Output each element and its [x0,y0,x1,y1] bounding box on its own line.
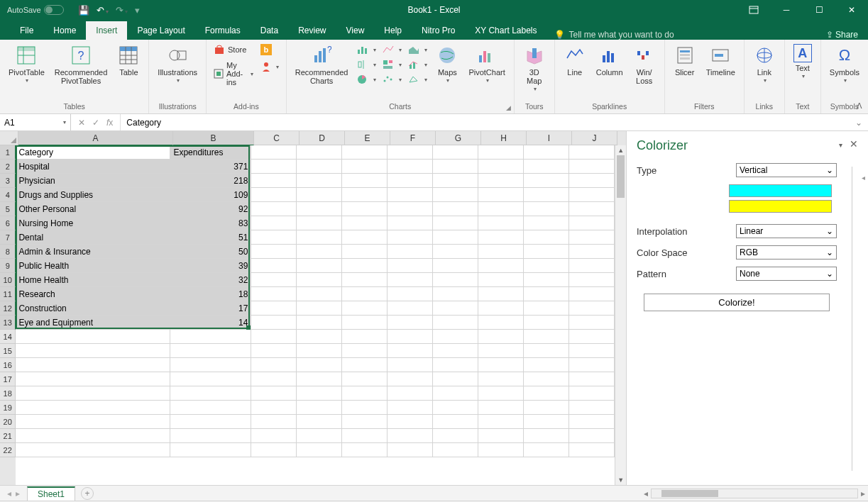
cell[interactable] [342,443,388,457]
select-all-corner[interactable] [0,131,18,145]
cell[interactable] [251,316,297,330]
cell[interactable] [478,230,524,245]
cell[interactable] [170,372,251,386]
cell[interactable] [569,301,615,316]
maps-button[interactable]: Maps▾ [433,43,461,86]
collapse-ribbon-icon[interactable]: ᐱ [857,101,862,111]
autosave-toggle[interactable]: AutoSave [7,5,64,15]
row-header[interactable]: 7 [0,230,16,245]
cell[interactable] [478,344,524,358]
cell[interactable] [524,301,569,316]
row-header[interactable]: 11 [0,287,16,301]
cell[interactable] [170,330,251,344]
chart-pie-button[interactable]: ▾ [355,72,378,87]
cell[interactable] [524,245,569,259]
cell[interactable] [478,358,524,372]
cell[interactable] [433,245,478,259]
chart-surface-button[interactable]: ▾ [406,72,429,87]
cell[interactable]: Research [16,287,170,301]
cell[interactable] [524,145,569,160]
cell[interactable] [569,316,615,330]
cell[interactable] [388,386,433,401]
redo-icon[interactable]: ↷▾ [116,5,128,16]
close-button[interactable]: ✕ [835,0,868,20]
row-header[interactable]: 9 [0,259,16,273]
cell[interactable]: Eye and Equipment [16,316,170,330]
table-button[interactable]: Table [114,43,143,78]
cell[interactable] [251,287,297,301]
cell[interactable] [251,160,297,174]
cell[interactable] [297,386,342,401]
vertical-scrollbar[interactable]: ▲ ▼ [615,145,626,485]
cell[interactable] [251,429,297,443]
cell[interactable] [433,216,478,230]
cell[interactable] [388,372,433,386]
cell[interactable] [16,344,170,358]
cell[interactable] [170,386,251,401]
cell[interactable] [569,188,615,202]
cell[interactable] [251,174,297,188]
cell[interactable]: Public Health [16,259,170,273]
cell[interactable] [524,188,569,202]
cell[interactable] [433,259,478,273]
cell[interactable] [16,358,170,372]
cell[interactable] [251,372,297,386]
cell[interactable] [297,401,342,415]
cell[interactable]: 18 [170,287,251,301]
cell[interactable] [388,287,433,301]
cell[interactable] [342,386,388,401]
cell[interactable] [342,216,388,230]
cell[interactable] [524,372,569,386]
cell[interactable] [342,344,388,358]
cell[interactable] [524,174,569,188]
cell[interactable] [297,216,342,230]
ribbon-display-icon[interactable] [737,0,770,20]
cell[interactable] [297,443,342,457]
cell[interactable] [342,372,388,386]
cell[interactable] [524,386,569,401]
ribbon-tab-nitro-pro[interactable]: Nitro Pro [412,21,465,40]
illustrations-button[interactable]: Illustrations▾ [155,43,200,86]
cell[interactable] [569,386,615,401]
cell[interactable]: 371 [170,160,251,174]
chart-stat-button[interactable]: ▾ [355,57,378,72]
cell[interactable] [569,245,615,259]
cell[interactable] [433,386,478,401]
column-header[interactable]: A [18,131,173,145]
timeline-button[interactable]: Timeline [703,43,738,78]
column-header[interactable]: C [254,131,300,145]
cell[interactable]: 109 [170,188,251,202]
column-header[interactable]: I [527,131,572,145]
cell[interactable] [569,429,615,443]
cell[interactable] [524,358,569,372]
cell[interactable] [478,443,524,457]
qat-customize-icon[interactable]: ▾ [135,5,140,16]
cell[interactable] [388,401,433,415]
colorize-button[interactable]: Colorize! [644,294,830,311]
cell[interactable] [251,443,297,457]
cell[interactable] [251,188,297,202]
taskpane-slider-icon[interactable]: ◂ [862,174,865,182]
cell[interactable] [16,429,170,443]
cell[interactable] [524,443,569,457]
cell[interactable] [478,202,524,216]
maximize-button[interactable]: ☐ [803,0,835,20]
cell[interactable]: Physician [16,174,170,188]
cell[interactable] [569,401,615,415]
cell[interactable] [297,301,342,316]
slicer-button[interactable]: Slicer [671,43,699,78]
chart-scatter-button[interactable]: ▾ [380,72,403,87]
cell[interactable] [569,372,615,386]
formula-input[interactable]: Category [121,118,850,128]
cell[interactable]: Admin & Insurance [16,245,170,259]
cell[interactable]: 83 [170,216,251,230]
cell[interactable] [388,273,433,287]
cell[interactable] [251,386,297,401]
cell[interactable] [569,259,615,273]
row-header[interactable]: 18 [0,386,16,401]
column-header[interactable]: B [173,131,254,145]
cell[interactable] [297,372,342,386]
cell[interactable] [16,372,170,386]
cell[interactable] [433,358,478,372]
cell[interactable]: Hospital [16,160,170,174]
